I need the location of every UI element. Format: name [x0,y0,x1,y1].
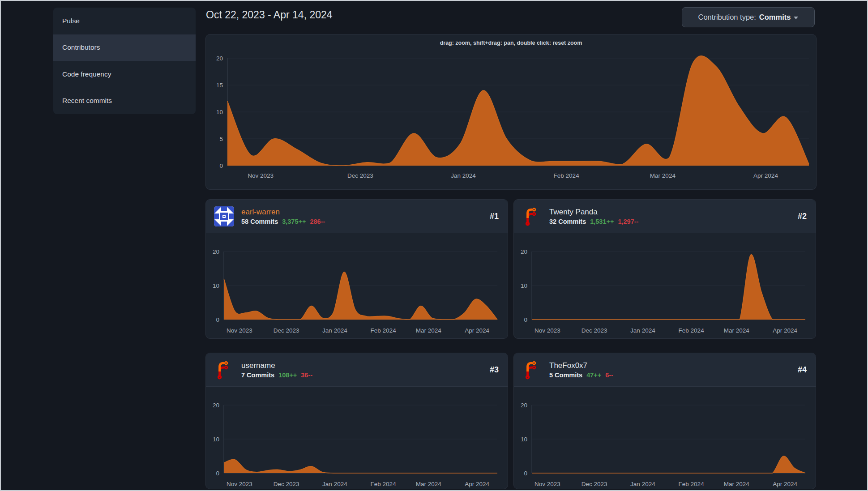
svg-text:Mar 2024: Mar 2024 [724,481,750,487]
contributor-stats: 7 Commits 108++ 36-- [241,371,312,379]
additions-count: 1,531++ [590,218,614,225]
svg-text:Apr 2024: Apr 2024 [773,327,797,334]
contributor-card-header: username 7 Commits 108++ 36-- #3 [206,353,508,387]
svg-text:Nov 2023: Nov 2023 [534,481,560,487]
svg-text:Dec 2023: Dec 2023 [274,327,299,334]
svg-text:10: 10 [213,282,219,289]
svg-text:Apr 2024: Apr 2024 [465,481,489,487]
contributor-name: TheFox0x7 [549,361,613,370]
svg-text:Mar 2024: Mar 2024 [724,327,750,334]
rank-badge: #3 [490,365,499,375]
contributor-card-4: TheFox0x7 5 Commits 47++ 6-- #4 01020Nov… [513,353,816,489]
svg-text:Mar 2024: Mar 2024 [416,327,442,334]
svg-text:20: 20 [213,402,219,409]
svg-text:0: 0 [524,470,527,477]
contributor-identity: Twenty Panda 32 Commits 1,531++ 1,297-- [549,208,638,225]
contributor-stats: 5 Commits 47++ 6-- [549,371,613,379]
svg-text:Dec 2023: Dec 2023 [582,481,607,487]
rank-badge: #1 [490,212,499,221]
contribution-type-value: Commits [759,13,791,21]
sidebar-item-label: Recent commits [62,97,112,105]
repo-activity-sidebar: Pulse Contributors Code frequency Recent… [53,8,196,114]
additions-count: 47++ [586,371,601,379]
svg-text:Jan 2024: Jan 2024 [322,327,347,334]
svg-text:Feb 2024: Feb 2024 [679,481,705,487]
svg-text:Nov 2023: Nov 2023 [534,327,560,334]
svg-text:0: 0 [219,162,223,169]
svg-text:Feb 2024: Feb 2024 [554,172,580,179]
contributor-name: username [241,361,312,370]
svg-text:Apr 2024: Apr 2024 [753,172,778,179]
sidebar-item-recent-commits[interactable]: Recent commits [53,88,196,115]
svg-text:Jan 2024: Jan 2024 [322,481,347,487]
svg-text:Feb 2024: Feb 2024 [371,481,397,487]
contributor-card-3: username 7 Commits 108++ 36-- #3 01020No… [205,353,508,489]
identicon-avatar [214,206,234,226]
contributor-card-2: Twenty Panda 32 Commits 1,531++ 1,297-- … [513,199,816,339]
svg-text:Jan 2024: Jan 2024 [451,172,476,179]
chevron-down-icon [794,17,798,19]
svg-text:10: 10 [213,436,219,443]
sidebar-item-label: Contributors [62,43,100,51]
svg-text:Dec 2023: Dec 2023 [274,481,299,487]
date-range-heading: Oct 22, 2023 - Apr 14, 2024 [206,9,333,21]
commit-count: 5 Commits [549,371,582,379]
svg-text:Jan 2024: Jan 2024 [630,481,655,487]
svg-text:Dec 2023: Dec 2023 [582,327,607,334]
sidebar-item-label: Code frequency [62,70,111,78]
svg-text:15: 15 [216,82,223,89]
svg-text:0: 0 [524,316,527,323]
contribution-type-dropdown[interactable]: Contribution type: Commits [682,7,815,27]
svg-text:Dec 2023: Dec 2023 [347,172,373,179]
sidebar-item-code-frequency[interactable]: Code frequency [53,61,196,88]
additions-count: 108++ [278,371,297,379]
svg-text:Feb 2024: Feb 2024 [679,327,705,334]
svg-text:0: 0 [216,316,219,323]
contributor-identity: username 7 Commits 108++ 36-- [241,361,312,379]
overall-contributions-card: drag: zoom, shift+drag: pan, double clic… [205,34,817,190]
sidebar-item-pulse[interactable]: Pulse [53,8,196,34]
svg-text:0: 0 [216,470,219,477]
svg-text:20: 20 [521,248,527,255]
svg-text:10: 10 [521,436,527,443]
svg-text:5: 5 [219,136,223,142]
additions-count: 3,375++ [282,218,306,225]
svg-text:10: 10 [216,109,223,115]
forgejo-logo-avatar [214,360,234,380]
forgejo-logo-avatar [522,360,542,380]
rank-badge: #2 [798,212,807,221]
svg-text:10: 10 [521,282,527,289]
svg-text:Nov 2023: Nov 2023 [248,172,274,179]
commit-count: 32 Commits [549,218,586,225]
svg-text:Jan 2024: Jan 2024 [630,327,655,334]
contributor-name-link[interactable]: earl-warren [241,208,325,217]
commit-count: 7 Commits [241,371,274,379]
forgejo-logo-avatar [522,206,542,226]
contributor-name: Twenty Panda [549,208,638,217]
deletions-count: 6-- [605,371,613,379]
svg-text:Feb 2024: Feb 2024 [371,327,397,334]
contributor-identity: earl-warren 58 Commits 3,375++ 286-- [241,208,325,225]
contribution-type-label: Contribution type: [698,13,756,21]
svg-text:20: 20 [213,248,219,255]
contributors-page: Pulse Contributors Code frequency Recent… [0,0,868,491]
deletions-count: 36-- [301,371,312,379]
svg-text:Apr 2024: Apr 2024 [773,481,797,487]
overall-commits-chart[interactable]: 05101520Nov 2023Dec 2023Jan 2024Feb 2024… [206,34,816,189]
chart-zoom-hint: drag: zoom, shift+drag: pan, double clic… [206,40,816,46]
svg-text:Nov 2023: Nov 2023 [227,327,252,334]
svg-text:20: 20 [521,402,527,409]
svg-text:Apr 2024: Apr 2024 [465,327,489,334]
rank-badge: #4 [798,365,807,375]
deletions-count: 286-- [310,218,325,225]
contributor-stats: 58 Commits 3,375++ 286-- [241,218,325,225]
contributor-card-header: earl-warren 58 Commits 3,375++ 286-- #1 [206,200,508,233]
contributor-stats: 32 Commits 1,531++ 1,297-- [549,218,638,225]
sidebar-item-contributors[interactable]: Contributors [53,34,196,61]
svg-text:20: 20 [216,55,223,62]
svg-text:Mar 2024: Mar 2024 [650,172,676,179]
svg-text:Mar 2024: Mar 2024 [416,481,442,487]
contributor-card-header: TheFox0x7 5 Commits 47++ 6-- #4 [514,353,816,387]
contributor-card-1: earl-warren 58 Commits 3,375++ 286-- #1 … [205,199,508,339]
commit-count: 58 Commits [241,218,278,225]
